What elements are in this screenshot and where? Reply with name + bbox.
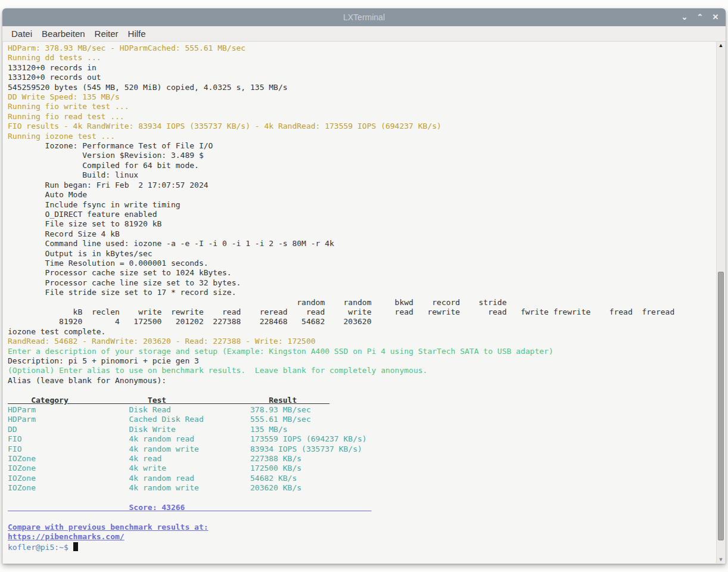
terminal-line: Include fsync in write timing xyxy=(8,200,181,209)
terminal-line: kB reclen write rewrite read reread read… xyxy=(8,307,674,316)
scroll-up-icon[interactable]: ▲ xyxy=(717,42,725,49)
terminal-line: Record Size 4 kB xyxy=(8,229,120,238)
terminal-line: random random bkwd record stride xyxy=(8,298,506,307)
terminal-line: Run began: Fri Feb 2 17:07:57 2024 xyxy=(8,181,209,189)
terminal-line: Auto Mode xyxy=(8,190,87,199)
terminal-line: Score: 43266 xyxy=(8,503,371,512)
terminal-line: Running dd tests ... xyxy=(8,53,101,62)
terminal-line: Running fio write test ... xyxy=(8,102,129,111)
terminal-line: 133120+0 records in xyxy=(8,63,97,72)
lxterminal-window: LXTerminal ⌄ ⌃ ✕ Datei Bearbeiten Reiter… xyxy=(2,8,726,564)
scrollbar-thumb[interactable] xyxy=(718,272,724,540)
terminal-line: (Optional) Enter alias to use on benchma… xyxy=(8,366,427,375)
terminal-line: Alias (leave blank for Anonymous): xyxy=(8,376,171,385)
titlebar[interactable]: LXTerminal ⌄ ⌃ ✕ xyxy=(2,8,726,26)
menubar: Datei Bearbeiten Reiter Hilfe xyxy=(2,26,726,42)
terminal-line: Version $Revision: 3.489 $ xyxy=(8,151,204,160)
terminal-line: 133120+0 records out xyxy=(8,73,101,82)
menu-item-datei[interactable]: Datei xyxy=(7,29,37,39)
terminal-line: Build: linux xyxy=(8,170,138,179)
menu-item-hilfe[interactable]: Hilfe xyxy=(123,29,151,39)
terminal-line: Iozone: Performance Test of File I/O xyxy=(8,141,213,150)
terminal-line: FIO results - 4k RandWrite: 83934 IOPS (… xyxy=(8,122,441,130)
terminal-line: O_DIRECT feature enabled xyxy=(8,210,157,219)
scrollbar[interactable]: ▲ ▼ xyxy=(716,42,725,563)
terminal-line: Enter a description of your storage and … xyxy=(8,347,553,356)
terminal-line: Category Test Result xyxy=(8,396,329,405)
terminal-cursor[interactable] xyxy=(73,542,78,551)
terminal-line: HDParm: 378.93 MB/sec - HDParmCached: 55… xyxy=(8,43,245,52)
terminal-line: Description: pi 5 + pinomori + pcie gen … xyxy=(8,356,199,365)
terminal-line: Compare with previous benchmark results … xyxy=(8,523,209,531)
maximize-icon[interactable]: ⌃ xyxy=(696,8,704,26)
menu-item-reiter[interactable]: Reiter xyxy=(90,29,123,39)
terminal-line: https://pibenchmarks.com/ xyxy=(8,532,125,541)
terminal-line: RandRead: 54682 - RandWrite: 203620 - Re… xyxy=(8,337,316,346)
terminal-line: Processor cache line size set to 32 byte… xyxy=(8,278,241,287)
menu-item-bearbeiten[interactable]: Bearbeiten xyxy=(37,29,90,39)
minimize-icon[interactable]: ⌄ xyxy=(680,8,689,26)
terminal-output: HDParm: 378.93 MB/sec - HDParmCached: 55… xyxy=(3,42,725,552)
terminal-line: IOZone 4k random write 203620 KB/s xyxy=(8,483,301,492)
terminal-line: Compiled for 64 bit mode. xyxy=(8,161,199,170)
scrollbar-track[interactable] xyxy=(717,49,725,556)
terminal-line: HDParm Cached Disk Read 555.61 MB/sec xyxy=(8,415,311,424)
terminal-line: Processor cache size set to 1024 kBytes. xyxy=(8,268,232,277)
terminal-line: FIO 4k random write 83934 IOPS (335737 K… xyxy=(8,444,362,453)
window-title: LXTerminal xyxy=(343,13,385,22)
terminal-line: FIO 4k random read 173559 IOPS (694237 K… xyxy=(8,434,367,443)
terminal-line: IOZone 4k read 227388 KB/s xyxy=(8,454,301,463)
window-controls: ⌄ ⌃ ✕ xyxy=(680,8,720,26)
terminal-line: DD Write Speed: 135 MB/s xyxy=(8,92,120,101)
terminal-line: IOZone 4k write 172500 KB/s xyxy=(8,464,301,472)
terminal-area[interactable]: HDParm: 378.93 MB/sec - HDParmCached: 55… xyxy=(2,42,726,563)
terminal-line: File size set to 81920 kB xyxy=(8,219,161,228)
terminal-line: Running iozone test ... xyxy=(8,132,115,141)
terminal-line: Running fio read test ... xyxy=(8,112,125,121)
terminal-line: 81920 4 172500 201202 227388 228468 5468… xyxy=(8,317,371,326)
scroll-down-icon[interactable]: ▼ xyxy=(717,556,725,563)
terminal-line: HDParm Disk Read 378.93 MB/sec xyxy=(8,405,311,414)
terminal-line: 545259520 bytes (545 MB, 520 MiB) copied… xyxy=(8,83,288,92)
terminal-line: Time Resolution = 0.000001 seconds. xyxy=(8,259,209,268)
terminal-line: DD Disk Write 135 MB/s xyxy=(8,425,288,434)
close-icon[interactable]: ✕ xyxy=(711,8,720,26)
terminal-line: Output is in kBytes/sec xyxy=(8,249,153,258)
shell-prompt: kofler@pi5:~$ xyxy=(8,543,73,552)
terminal-line: IOZone 4k random read 54682 KB/s xyxy=(8,474,297,483)
terminal-line: File stride size set to 17 * record size… xyxy=(8,288,237,297)
terminal-line: iozone test complete. xyxy=(8,327,105,336)
terminal-line: Command line used: iozone -a -e -I -i 0 … xyxy=(8,239,334,248)
